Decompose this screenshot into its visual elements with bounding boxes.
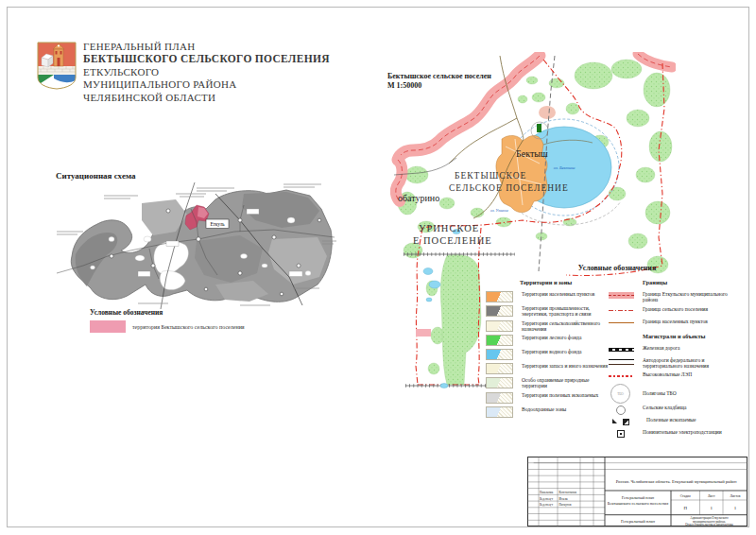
district-boundary-swatch — [609, 291, 634, 301]
stamp-project-1: Генеральный план — [622, 495, 655, 500]
legend-label: Понизительные электроподстанции — [643, 429, 730, 435]
legend-item-agriculture: Территории сельскохозяйственного назначе… — [486, 320, 609, 333]
title-line: ЧЕЛЯБИНСКОЙ ОБЛАСТИ — [83, 92, 330, 104]
signer-name-1: Константинов — [559, 491, 577, 494]
legend-label: Территории водного фонда — [522, 349, 609, 354]
legend-item-substations: Понизительные электроподстанции — [609, 429, 748, 439]
situational-map: Еткуль — [55, 182, 338, 311]
legend-label: Автодороги федерального и территориально… — [643, 357, 730, 370]
title-block: Россия. Челябинская область. Еткульский … — [527, 457, 747, 526]
legend-item-minerals-territory: Территории полезных ископаемых — [486, 392, 609, 404]
signer-name-2: Исаева — [559, 497, 569, 501]
swatch-industry — [486, 305, 513, 317]
neighbor-territory-label-1: УРИНСКОЕ — [419, 223, 479, 233]
legend-title: Условные обозначения — [486, 264, 748, 272]
legend-label: Особо охраняемые природные территории — [522, 377, 609, 389]
settlement-boundary-swatch — [609, 306, 634, 316]
legend-item-protected: Особо охраняемые природные территории — [486, 377, 609, 389]
neighbor-town-label: обатурино — [398, 193, 439, 203]
legend-label: Территории сельскохозяйственного назначе… — [522, 320, 609, 333]
title-line: ГЕНЕРАЛЬНЫЙ ПЛАН — [83, 41, 330, 53]
legend-label: Территории лесного фонда — [522, 335, 609, 340]
swatch-settlements — [486, 291, 513, 302]
legend-item-water-protection: Водоохранные зоны — [486, 406, 609, 418]
legend-item-reserve: Территории запаса и иного назначения — [486, 363, 609, 374]
highways-swatch — [609, 357, 634, 367]
legend-label: Граница населенных пунктов — [643, 319, 730, 324]
signer-role-3: Вед.спец-т — [540, 503, 554, 507]
legend-territories-column: Территории и зоны Территории населенных … — [486, 279, 609, 441]
landfill-circle-icon: ТБО — [610, 384, 630, 404]
legend-label: Территории полезных ископаемых — [522, 392, 609, 398]
main-map-scale: М 1:50000 — [387, 81, 493, 91]
legend-label: Территории промышленности, энергетики, т… — [522, 305, 609, 318]
situational-scheme-title: Ситуационная схема — [56, 171, 135, 181]
signer-role-1: Начальник — [540, 491, 554, 494]
objects-header: Магистрали и объекты — [643, 333, 748, 339]
sheet-label: Лист — [708, 494, 715, 498]
boundaries-header: Границы — [643, 279, 748, 285]
drawing-sheet: ГЕНЕРАЛЬНЫЙ ПЛАН БЕКТЫШСКОГО СЕЛЬСКОГО П… — [0, 0, 756, 535]
legend-label: Полезные ископаемые — [646, 417, 733, 423]
emblem-coat-of-arms-icon — [35, 40, 78, 91]
legend-item-railroad: Железная дорога — [609, 345, 748, 354]
main-legend: Условные обозначения Территории и зоны Т… — [486, 264, 748, 441]
legend-item-np-boundary: Граница населенных пунктов — [609, 319, 748, 328]
pink-territory-swatch — [90, 320, 126, 333]
swatch-water — [486, 349, 513, 360]
railroad-swatch — [609, 345, 634, 354]
legend-label: Территории запаса и иного назначения — [522, 363, 609, 369]
legend-item-forest: Территории лесного фонда — [486, 335, 609, 346]
legend-label: Высоковольтные ЛЭП — [643, 371, 730, 377]
swatch-water-protection — [486, 406, 513, 418]
stamp-region: Россия. Челябинская область. Еткульский … — [616, 479, 737, 484]
lake-big-label: оз. Бектыш — [554, 165, 576, 170]
signer-name-3: Пискунов — [559, 503, 572, 507]
legend-item-power-lines: Высоковольтные ЛЭП — [609, 371, 748, 381]
legend-label: Граница Еткульского муниципального район… — [643, 291, 730, 303]
swatch-reserve — [486, 363, 513, 374]
stage-value: П — [683, 506, 687, 510]
minerals-swatch — [612, 419, 638, 425]
title-line: МУНИЦИПАЛЬНОГО РАЙОНА — [83, 78, 330, 91]
legend-item-settlements: Территории населенных пунктов — [486, 291, 609, 302]
substation-swatch — [609, 429, 634, 439]
territories-header: Территории и зоны — [520, 279, 609, 285]
swatch-agriculture — [486, 320, 513, 332]
stamp-project-2: Бектышского сельского поселения — [608, 501, 668, 506]
territory-label-1: БЕКТЫШСКОЕ — [455, 171, 526, 181]
power-lines-swatch — [609, 371, 634, 381]
legend-label: Территории населенных пунктов — [522, 291, 609, 297]
main-map-name: Бектышское сельское поселен — [387, 72, 493, 81]
signer-role-2: Вед.спец-т — [540, 497, 554, 501]
title-line-settlement: БЕКТЫШСКОГО СЕЛЬСКОГО ПОСЕЛЕНИЯ — [83, 53, 330, 65]
legend-label: Полигоны ТБО — [643, 390, 730, 396]
stamp-org-3: Отдел строительства и архитектуры — [685, 523, 733, 526]
situational-legend-title: Условные обозначения — [90, 308, 163, 317]
etkul-label-box: Еткуль — [206, 219, 229, 229]
cemetery-swatch — [609, 405, 634, 414]
swatch-forest — [486, 335, 513, 346]
legend-item-district-boundary: Граница Еткульского муниципального район… — [609, 291, 748, 303]
lake-small-label: оз. Утиное — [490, 208, 508, 213]
legend-item-water: Территории водного фонда — [486, 349, 609, 360]
pink-zone-patch — [416, 329, 431, 337]
landfill-swatch: ТБО — [609, 384, 634, 402]
legend-item-landfill: ТБО Полигоны ТБО — [609, 384, 748, 402]
legend-item-highways: Автодороги федерального и территориально… — [609, 357, 748, 370]
swatch-protected — [486, 377, 513, 388]
territory-label-2: СЕЛЬСКОЕ ПОСЕЛЕНИЕ — [449, 183, 569, 193]
stage-label: Стадия — [680, 494, 691, 498]
legend-boundaries-column: Границы Граница Еткульского муниципально… — [609, 279, 748, 441]
main-map-title: Бектышское сельское поселен М 1:50000 — [387, 72, 493, 90]
sheets-label: Листов — [730, 494, 741, 498]
etkul-label: Еткуль — [210, 221, 225, 227]
legend-item-mineral-resources: Полезные ископаемые — [609, 417, 748, 426]
situational-legend-item: территория Бектышского сельского поселен… — [90, 320, 245, 333]
document-title: ГЕНЕРАЛЬНЫЙ ПЛАН БЕКТЫШСКОГО СЕЛЬСКОГО П… — [83, 41, 330, 104]
legend-item-industry: Территории промышленности, энергетики, т… — [486, 305, 609, 318]
stamp-doc-name: Генеральный план — [621, 519, 656, 524]
neighbor-territory-label-2: Е ПОСЕЛЕНИЕ — [413, 235, 492, 246]
legend-label: Граница сельского поселения — [643, 306, 730, 312]
legend-label: Железная дорога — [643, 345, 730, 351]
